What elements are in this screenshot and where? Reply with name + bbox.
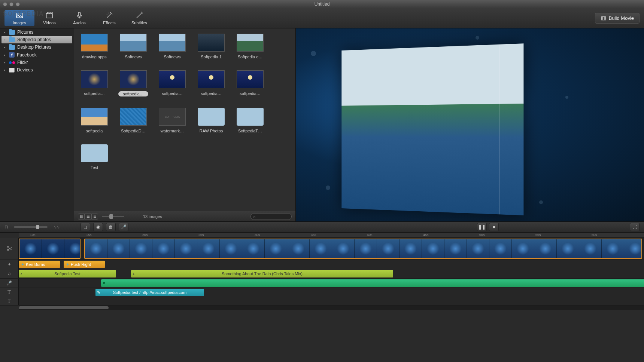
sidebar-item-devices[interactable]: ▸Devices xyxy=(0,66,74,74)
thumbnail[interactable]: Test xyxy=(81,144,108,170)
sidebar-item-pictures[interactable]: ▸Pictures xyxy=(0,28,74,36)
pause-button[interactable]: ❚❚ xyxy=(477,223,487,231)
thumbnail-label: softpedia… xyxy=(157,91,187,96)
subtitle-clip[interactable]: ✎ Softpedia test / http://mac.softpedia.… xyxy=(95,289,204,296)
ruler-mark: 55s xyxy=(535,233,541,237)
close-icon[interactable] xyxy=(3,2,7,6)
effects-track-head[interactable]: ✦ xyxy=(0,260,19,269)
text2-icon: T xyxy=(8,298,10,304)
ruler-mark: 40s xyxy=(367,233,373,237)
view-mode-buttons: ▦ ☰ ≣ xyxy=(78,214,98,220)
subtitle-track: T ✎ Softpedia test / http://mac.softpedi… xyxy=(0,288,644,297)
preview-canvas[interactable] xyxy=(296,28,644,221)
audio-clip[interactable]: ♪Softpedia Test xyxy=(19,270,116,277)
voiceover-track-head[interactable]: 🎤 xyxy=(0,279,19,288)
film-icon xyxy=(601,16,607,21)
thumbnail[interactable]: Softnews xyxy=(159,34,186,59)
thumbnail[interactable]: softpedia… xyxy=(159,70,186,96)
sidebar-item-facebook[interactable]: ▸fFacebook xyxy=(0,51,74,59)
list-view-button[interactable]: ☰ xyxy=(85,214,91,220)
effects-track-body[interactable]: ✦Ken Burns✦Push Right xyxy=(19,260,644,269)
audio-track-head[interactable]: ♫ xyxy=(0,269,19,278)
audio-track: ♫ ♪Softpedia Test♪Something About The Ra… xyxy=(0,269,644,279)
sidebar-item-desktop-pictures[interactable]: ▸Desktop Pictures xyxy=(0,43,74,51)
stop-button[interactable]: ■ xyxy=(489,223,499,231)
thumbnail[interactable]: softpedia… xyxy=(120,70,147,96)
thumbnail[interactable]: drawing apps xyxy=(81,34,108,59)
disclosure-arrow-icon: ▸ xyxy=(4,53,7,57)
audio-clip[interactable]: ♪Something About The Rain (Chris Tales M… xyxy=(131,270,393,277)
build-movie-button[interactable]: Build Movie xyxy=(595,13,640,24)
thumbnail-image xyxy=(120,70,147,88)
minimize-icon[interactable] xyxy=(9,2,13,6)
thumbnail[interactable]: softpedia… xyxy=(81,70,108,96)
thumbnail[interactable]: Softnews xyxy=(120,34,147,59)
timeline-scrollbar[interactable] xyxy=(19,306,644,310)
videos-icon xyxy=(45,11,54,19)
audio-track-body[interactable]: ♪Softpedia Test♪Something About The Rain… xyxy=(19,269,644,278)
effect-clip[interactable]: ✦Push Right xyxy=(64,261,105,268)
marker-icon[interactable]: ⊓ xyxy=(4,224,8,230)
extra-track-head[interactable]: T xyxy=(0,297,19,305)
svg-rect-2 xyxy=(46,13,53,18)
sidebar-item-label: Devices xyxy=(17,67,33,73)
tab-label: Subtitles xyxy=(131,21,147,25)
voiceover-track-body[interactable]: ● xyxy=(19,279,644,288)
subtitle-track-head[interactable]: T xyxy=(0,288,19,297)
scrollbar-thumb[interactable] xyxy=(19,306,109,309)
build-label: Build Movie xyxy=(609,15,634,21)
extra-track-body[interactable] xyxy=(19,297,644,305)
thumbnail-label: Softpedia 1 xyxy=(196,55,226,59)
voiceover-clip[interactable]: ● xyxy=(101,279,644,287)
thumbnail-label: RAW Photos xyxy=(196,129,226,133)
time-ruler[interactable]: 10s15s20s25s30s35s40s45s50s55s60s xyxy=(19,233,644,238)
column-view-button[interactable]: ≣ xyxy=(91,214,98,220)
timeline-zoom-slider[interactable] xyxy=(14,226,48,228)
effect-label: Push Right xyxy=(71,262,91,267)
thumbnail[interactable]: softpedia xyxy=(81,108,108,133)
titlebar: Untitled xyxy=(0,0,644,8)
thumbnail[interactable]: Softpedia e… xyxy=(237,34,264,59)
thumbnail-label: drawing apps xyxy=(79,55,109,59)
voiceover-track: 🎤 ● xyxy=(0,279,644,288)
thumbnail[interactable]: SoftpediaD… xyxy=(120,108,147,133)
tab-label: Images xyxy=(13,21,26,25)
effect-clip[interactable]: ✦Ken Burns xyxy=(19,261,60,268)
thumbnail[interactable]: SOFTPEDIAwatermark… xyxy=(159,108,186,133)
thumbnail-label: SoftpediaD… xyxy=(118,129,148,133)
tab-subtitles[interactable]: Subtitles xyxy=(124,11,154,25)
tab-audios[interactable]: Audios xyxy=(64,11,94,25)
grid-view-button[interactable]: ▦ xyxy=(78,214,85,220)
thumbnail[interactable]: Softpedia 1 xyxy=(198,34,225,59)
thumbnail-image xyxy=(81,108,108,126)
delete-button[interactable]: 🗑 xyxy=(106,223,116,231)
tab-videos[interactable]: Videos xyxy=(34,11,64,25)
thumbnail[interactable]: SoftpediaT… xyxy=(237,108,264,133)
note-icon: ♪ xyxy=(133,272,135,276)
thumbnail-label: softpedia xyxy=(79,129,109,133)
record-button[interactable]: ◉ xyxy=(93,223,103,231)
zoom-icon[interactable] xyxy=(16,2,20,6)
thumbnail-zoom-slider[interactable] xyxy=(102,216,124,217)
video-clip[interactable] xyxy=(19,239,80,259)
device-icon xyxy=(9,68,15,73)
video-track-head[interactable] xyxy=(0,238,19,260)
crop-button[interactable]: ◻ xyxy=(80,223,90,231)
waveform-icon[interactable]: ∿∿ xyxy=(54,225,60,229)
thumbnail[interactable]: RAW Photos xyxy=(198,108,225,133)
tab-images[interactable]: Images xyxy=(4,10,34,26)
search-input[interactable]: ⌕ xyxy=(250,213,292,220)
subtitle-track-body[interactable]: ✎ Softpedia test / http://mac.softpedia.… xyxy=(19,288,644,297)
video-clip[interactable] xyxy=(84,239,642,259)
video-track-body[interactable] xyxy=(19,238,644,260)
sidebar-item-flickr[interactable]: ▸Flickr xyxy=(0,59,74,66)
thumbnail[interactable]: softpedia… xyxy=(198,70,225,96)
audios-icon xyxy=(75,11,84,19)
ruler-mark: 20s xyxy=(142,233,148,237)
tab-effects[interactable]: Effects xyxy=(94,11,124,25)
thumbnail[interactable]: softpedia… xyxy=(237,70,264,96)
disclosure-arrow-icon: ▸ xyxy=(4,68,7,72)
fullscreen-button[interactable]: ⛶ xyxy=(630,223,640,231)
sidebar-item-softpedia-photos[interactable]: ▸Softpedia photos xyxy=(1,36,72,43)
voiceover-button[interactable]: 🎤 xyxy=(119,223,128,231)
